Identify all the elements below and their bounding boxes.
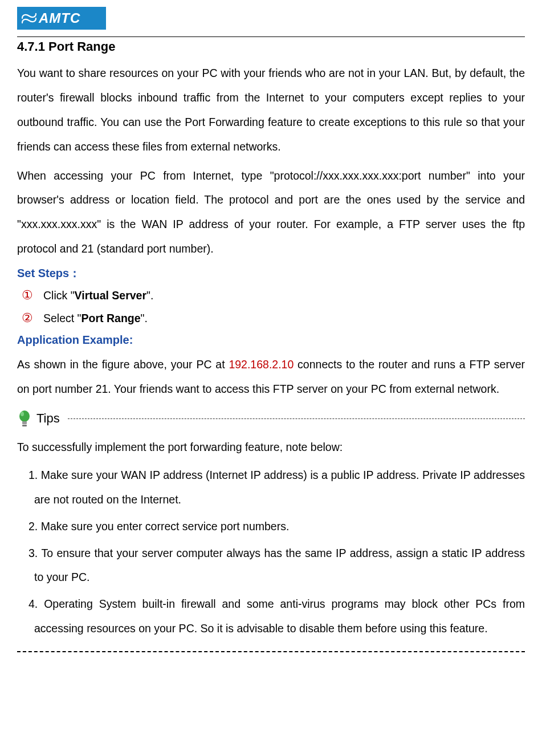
tips-dash-line — [68, 418, 525, 419]
svg-rect-2 — [22, 421, 27, 424]
step-1: ① Click "Virtual Server". — [17, 288, 525, 303]
section-title: 4.7.1 Port Range — [17, 39, 525, 54]
svg-rect-3 — [22, 425, 27, 426]
step-2-text: Select "Port Range". — [43, 312, 148, 325]
logo-mark-icon — [22, 13, 36, 23]
application-example-heading: Application Example: — [17, 334, 525, 347]
svg-point-0 — [19, 410, 30, 422]
brand-logo: AMTC — [17, 7, 106, 30]
tip-4: 4. Operating System built-in firewall an… — [17, 592, 525, 641]
step-2: ② Select "Port Range". — [17, 311, 525, 326]
step-1-text: Click "Virtual Server". — [43, 289, 153, 302]
bottom-dash-line — [17, 651, 525, 652]
svg-point-1 — [21, 412, 24, 416]
example-ip: 192.168.2.10 — [229, 358, 294, 371]
logo-text: AMTC — [39, 10, 80, 26]
tip-3: 3. To ensure that your server computer a… — [17, 541, 525, 590]
header-divider — [17, 36, 525, 37]
set-steps-heading: Set Steps： — [17, 266, 525, 281]
tips-header: Tips — [17, 409, 525, 428]
paragraph-1: You want to share resources on your PC w… — [17, 61, 525, 159]
tips-intro: To successfully implement the port forwa… — [17, 436, 525, 458]
tip-2: 2. Make sure you enter correct service p… — [17, 514, 525, 539]
step-2-number: ② — [22, 311, 33, 326]
lightbulb-icon — [17, 409, 32, 428]
tip-1: 1. Make sure your WAN IP address (Intern… — [17, 463, 525, 512]
paragraph-2: When accessing your PC from Internet, ty… — [17, 164, 525, 262]
application-example-text: As shown in the figure above, your PC at… — [17, 352, 525, 401]
step-1-number: ① — [22, 288, 33, 303]
tips-label: Tips — [36, 411, 60, 426]
